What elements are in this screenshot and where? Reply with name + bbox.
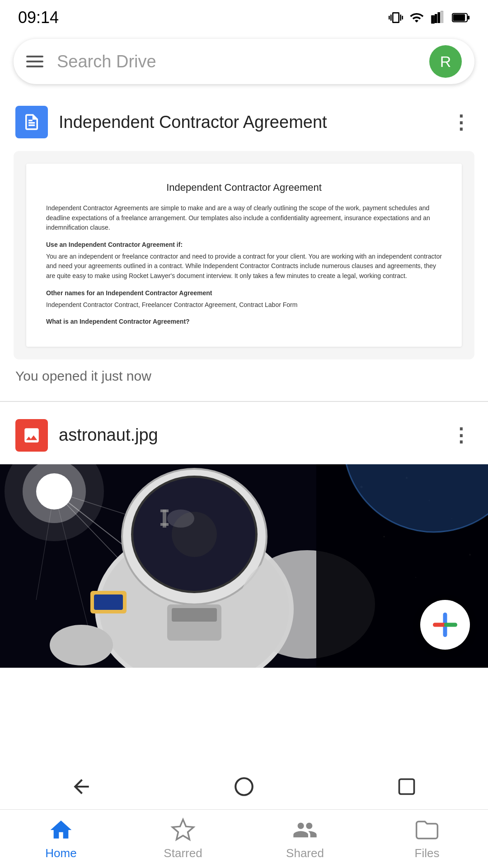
vibrate-icon xyxy=(389,10,403,25)
status-icons xyxy=(389,10,470,25)
doc-preview-inner: Independent Contractor Agreement Indepen… xyxy=(26,164,462,347)
status-time: 09:14 xyxy=(18,8,59,27)
home-button[interactable] xyxy=(228,771,260,802)
svg-rect-0 xyxy=(432,16,434,23)
nav-starred-label: Starred xyxy=(164,846,202,860)
nav-shared[interactable]: Shared xyxy=(244,810,366,868)
svg-rect-1 xyxy=(435,14,437,23)
svg-rect-39 xyxy=(172,608,217,622)
fab-button[interactable] xyxy=(420,600,470,650)
doc-more-button[interactable]: ⋮ xyxy=(450,111,473,133)
svg-rect-5 xyxy=(468,16,469,19)
img-file-name: astronaut.jpg xyxy=(59,425,439,445)
svg-rect-47 xyxy=(399,779,414,794)
svg-rect-35 xyxy=(94,594,123,610)
bottom-nav: Home Starred Shared Files xyxy=(0,809,488,868)
nav-files[interactable]: Files xyxy=(366,810,488,868)
battery-icon xyxy=(452,11,470,24)
doc-heading3: What is an Independent Contractor Agreem… xyxy=(46,317,442,327)
star-nav-icon xyxy=(170,817,196,843)
svg-rect-2 xyxy=(438,12,440,23)
divider xyxy=(0,401,488,402)
search-placeholder[interactable]: Search Drive xyxy=(57,52,416,71)
doc-heading1: Use an Independent Contractor Agreement … xyxy=(46,240,442,250)
doc-preview[interactable]: Independent Contractor Agreement Indepen… xyxy=(14,151,474,359)
doc-body1: You are an independent or freelance cont… xyxy=(46,252,442,281)
doc-body2: Independent Contractor Contract, Freelan… xyxy=(46,300,442,310)
doc-file-name: Independent Contractor Agreement xyxy=(59,113,439,132)
avatar[interactable]: R xyxy=(429,45,462,78)
img-file-card: astronaut.jpg ⋮ xyxy=(0,406,488,668)
img-preview[interactable] xyxy=(0,464,488,668)
doc-heading2: Other names for an Independent Contracto… xyxy=(46,288,442,298)
svg-rect-3 xyxy=(441,11,443,23)
doc-icon-svg xyxy=(22,113,41,132)
doc-file-card: Independent Contractor Agreement ⋮ Indep… xyxy=(0,93,488,396)
status-bar: 09:14 xyxy=(0,0,488,32)
nav-shared-label: Shared xyxy=(286,846,324,860)
svg-point-36 xyxy=(50,625,113,665)
shared-nav-icon xyxy=(292,817,318,843)
doc-file-meta: You opened it just now xyxy=(0,359,488,396)
doc-preview-body: Independent Contractor Agreements are si… xyxy=(46,203,442,327)
wifi-icon xyxy=(408,10,425,25)
img-preview-inner xyxy=(0,464,488,668)
search-bar-container: Search Drive R xyxy=(0,32,488,93)
plus-icon xyxy=(433,613,457,637)
astronaut-illustration xyxy=(0,464,488,668)
nav-starred[interactable]: Starred xyxy=(122,810,244,868)
img-file-icon xyxy=(15,419,48,452)
doc-intro: Independent Contractor Agreements are si… xyxy=(46,203,442,233)
menu-button[interactable] xyxy=(26,56,43,67)
svg-rect-29 xyxy=(160,509,169,512)
signal-icon xyxy=(430,10,446,25)
system-nav-bar xyxy=(0,764,488,809)
img-more-button[interactable]: ⋮ xyxy=(450,424,473,447)
files-nav-icon xyxy=(414,817,440,843)
search-bar[interactable]: Search Drive R xyxy=(14,39,474,84)
image-icon-svg xyxy=(22,426,41,445)
svg-rect-6 xyxy=(453,14,465,21)
img-file-header: astronaut.jpg ⋮ xyxy=(0,406,488,464)
svg-point-32 xyxy=(167,509,194,528)
svg-point-46 xyxy=(235,778,253,795)
doc-file-header: Independent Contractor Agreement ⋮ xyxy=(0,93,488,151)
svg-rect-30 xyxy=(160,523,169,526)
back-button[interactable] xyxy=(66,771,97,802)
nav-home[interactable]: Home xyxy=(0,810,122,868)
nav-home-label: Home xyxy=(45,846,76,860)
doc-file-icon xyxy=(15,106,48,138)
doc-preview-title: Independent Contractor Agreement xyxy=(46,182,442,193)
home-nav-icon xyxy=(48,817,74,843)
content-area: Independent Contractor Agreement ⋮ Indep… xyxy=(0,93,488,776)
nav-files-label: Files xyxy=(415,846,440,860)
recent-button[interactable] xyxy=(391,771,422,802)
